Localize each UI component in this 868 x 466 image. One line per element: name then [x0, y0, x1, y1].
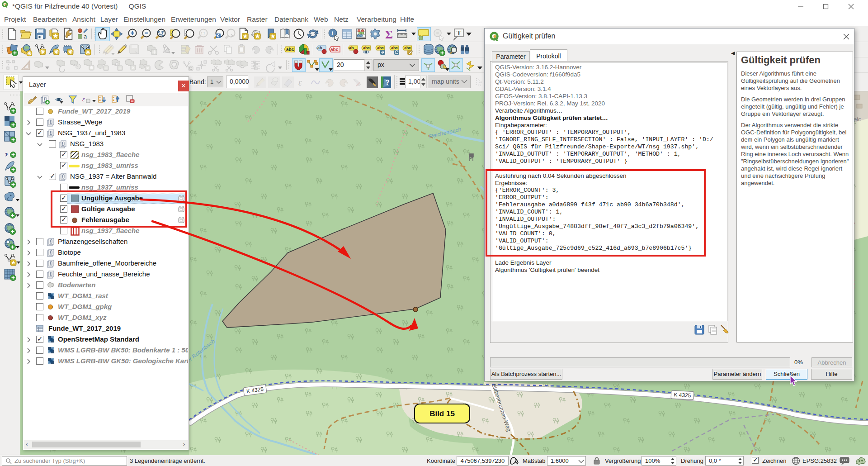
- svg-text:ab: ab: [317, 46, 322, 50]
- svg-text:T: T: [457, 29, 461, 37]
- svg-text:Σ: Σ: [385, 28, 393, 41]
- svg-text:abc: abc: [330, 47, 339, 52]
- svg-text:K 4325: K 4325: [674, 391, 691, 399]
- svg-text:?: ?: [385, 79, 390, 86]
- svg-text:ε: ε: [298, 77, 302, 87]
- svg-text:a: a: [84, 33, 87, 40]
- svg-text:,: ,: [5, 144, 8, 157]
- svg-text:ab: ab: [349, 46, 354, 50]
- svg-text:Bild 15: Bild 15: [429, 409, 455, 418]
- svg-text:1:1: 1:1: [201, 32, 205, 35]
- svg-text:ε: ε: [82, 96, 85, 103]
